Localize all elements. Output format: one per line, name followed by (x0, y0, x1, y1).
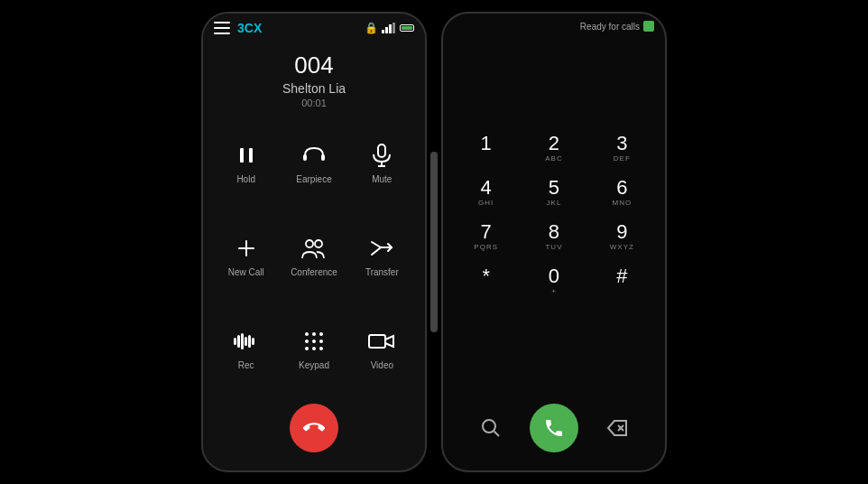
dialpad-controls (443, 395, 665, 470)
phone-divider (430, 152, 438, 332)
svg-point-35 (483, 420, 495, 433)
earpiece-icon (299, 140, 329, 171)
svg-rect-15 (238, 247, 254, 249)
new-call-label: New Call (228, 267, 264, 277)
svg-line-36 (494, 432, 499, 437)
svg-point-28 (305, 340, 309, 343)
svg-point-33 (319, 347, 323, 350)
svg-rect-11 (378, 144, 385, 157)
rec-button[interactable]: Rec (212, 302, 280, 395)
svg-rect-22 (245, 337, 247, 346)
video-label: Video (371, 360, 393, 370)
svg-rect-8 (249, 148, 253, 163)
conference-button[interactable]: Conference (280, 209, 347, 302)
earpiece-label: Earpiece (296, 174, 331, 184)
svg-rect-19 (234, 338, 236, 345)
dial-key-0[interactable]: 0 + (520, 259, 587, 303)
mute-icon (366, 140, 397, 171)
new-call-icon (231, 233, 262, 264)
end-call-button[interactable] (290, 404, 338, 452)
keypad-label: Keypad (299, 360, 329, 370)
new-call-button[interactable]: New Call (212, 209, 280, 302)
svg-rect-10 (321, 154, 325, 161)
keypad-icon (299, 326, 329, 357)
mute-label: Mute (372, 174, 392, 184)
dial-key-5[interactable]: 5 JKL (520, 171, 587, 215)
svg-point-29 (312, 340, 316, 343)
svg-rect-0 (214, 22, 230, 23)
transfer-icon (366, 233, 397, 264)
mute-button[interactable]: Mute (348, 116, 416, 209)
svg-rect-2 (214, 33, 230, 34)
svg-rect-1 (214, 27, 230, 29)
hold-icon (231, 140, 262, 171)
dial-key-3[interactable]: 3 DEF (588, 126, 656, 171)
dial-key-2[interactable]: 2 ABC (520, 126, 587, 171)
ready-text: Ready for calls (580, 22, 640, 32)
svg-rect-20 (237, 335, 240, 348)
transfer-label: Transfer (365, 267, 399, 277)
dial-key-star[interactable]: * (452, 259, 520, 303)
dial-key-8[interactable]: 8 TUV (520, 215, 587, 259)
dial-call-button[interactable] (530, 404, 578, 452)
actions-grid: Hold Earpiece (203, 116, 425, 395)
svg-point-31 (305, 347, 309, 350)
svg-rect-9 (303, 154, 307, 161)
svg-rect-23 (248, 335, 251, 348)
hamburger-icon[interactable] (214, 22, 230, 34)
dial-key-4[interactable]: 4 GHI (452, 171, 520, 215)
svg-rect-7 (240, 148, 244, 163)
right-top-bar: Ready for calls (443, 14, 665, 35)
conference-icon (299, 233, 329, 264)
phones-container: 3CX 🔒 (0, 0, 868, 484)
svg-point-27 (319, 332, 323, 336)
svg-point-32 (312, 347, 316, 350)
end-call-area (203, 395, 425, 470)
dial-key-6[interactable]: 6 MNO (588, 171, 656, 215)
svg-rect-34 (369, 335, 385, 348)
hold-label: Hold (236, 174, 255, 184)
svg-point-17 (315, 240, 322, 247)
call-number: 004 (203, 51, 425, 79)
dial-key-9[interactable]: 9 WXYZ (588, 215, 656, 259)
earpiece-button[interactable]: Earpiece (280, 116, 347, 209)
signal-icon (382, 23, 396, 33)
svg-point-25 (305, 332, 309, 336)
dialpad: 1 2 ABC 3 DEF 4 GHI 5 JKL (443, 35, 665, 395)
svg-rect-6 (392, 23, 395, 33)
top-bar: 3CX 🔒 (203, 14, 425, 42)
call-info: 004 Shelton Lia 00:01 (203, 42, 425, 116)
battery-icon (400, 24, 414, 32)
status-icons: 🔒 (365, 22, 414, 34)
video-icon (366, 326, 397, 357)
svg-point-16 (306, 240, 313, 247)
rec-label: Rec (238, 360, 254, 370)
video-button[interactable]: Video (348, 302, 416, 395)
svg-rect-24 (252, 338, 254, 345)
backspace-button[interactable] (597, 408, 637, 448)
search-button[interactable] (471, 408, 511, 448)
ready-dot (643, 21, 654, 32)
ready-status: Ready for calls (580, 21, 654, 32)
svg-rect-21 (241, 333, 244, 349)
left-phone: 3CX 🔒 (201, 12, 427, 472)
svg-point-30 (319, 340, 323, 343)
transfer-button[interactable]: Transfer (348, 209, 416, 302)
hold-button[interactable]: Hold (212, 116, 280, 209)
conference-label: Conference (291, 267, 337, 277)
dial-key-7[interactable]: 7 PQRS (452, 215, 520, 259)
dial-key-1[interactable]: 1 (452, 126, 520, 171)
svg-rect-4 (385, 27, 388, 33)
keypad-button[interactable]: Keypad (280, 302, 347, 395)
brand-name: 3CX (237, 21, 365, 35)
call-name: Shelton Lia (203, 81, 425, 96)
call-duration: 00:01 (203, 98, 425, 108)
rec-icon (231, 326, 262, 357)
svg-rect-5 (389, 24, 392, 33)
svg-rect-3 (382, 30, 384, 33)
lock-icon: 🔒 (365, 22, 378, 34)
right-phone: Ready for calls 1 2 ABC 3 DEF (441, 12, 667, 472)
svg-point-26 (312, 332, 316, 336)
dial-key-hash[interactable]: # (588, 259, 656, 303)
